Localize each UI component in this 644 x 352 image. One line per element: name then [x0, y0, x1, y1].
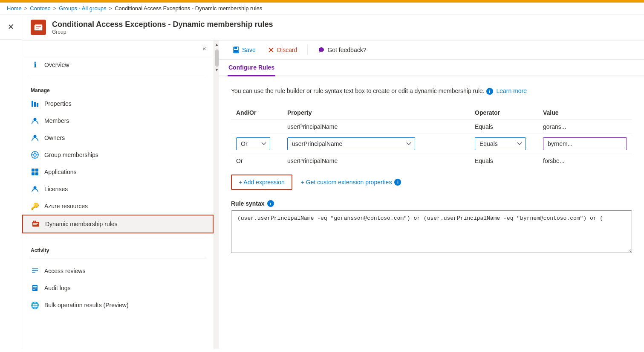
scroll-thumb[interactable]	[215, 49, 219, 67]
sidebar-item-owners[interactable]: Owners	[22, 129, 214, 146]
breadcrumb-sep-1: >	[24, 5, 28, 12]
sidebar: « ℹ Overview Manage	[22, 41, 214, 349]
row2-operator[interactable]: Equals Not Equals Contains	[470, 134, 538, 154]
sidebar-label-overview: Overview	[44, 61, 69, 68]
sidebar-label-bulk-operation: Bulk operation results (Preview)	[44, 302, 129, 308]
breadcrumb-current: Conditional Access Exceptions - Dynamic …	[115, 5, 262, 12]
sidebar-label-licenses: Licenses	[44, 186, 68, 192]
learn-more-link[interactable]: Learn more	[496, 87, 527, 94]
sidebar-item-overview[interactable]: ℹ Overview	[22, 56, 214, 73]
svg-rect-5	[34, 102, 36, 107]
page-subtitle: Group	[52, 29, 273, 35]
row2-value[interactable]	[538, 134, 632, 154]
feedback-button[interactable]: Got feedback?	[313, 44, 371, 56]
get-custom-info-icon[interactable]: i	[394, 179, 401, 186]
rule-syntax-info-icon[interactable]: i	[267, 200, 274, 207]
svg-rect-18	[35, 172, 38, 175]
add-expression-label: + Add expression	[239, 179, 285, 186]
sidebar-item-audit-logs[interactable]: Audit logs	[22, 279, 214, 297]
close-button[interactable]: ✕	[4, 20, 17, 33]
toolbar: Save Discard Got feedbac	[219, 41, 644, 60]
azure-resources-icon: 🔑	[31, 202, 39, 210]
rule-syntax-label: Rule syntax i	[231, 200, 632, 207]
sidebar-item-applications[interactable]: Applications	[22, 163, 214, 180]
members-icon	[31, 116, 39, 125]
col-property: Property	[282, 106, 470, 120]
sidebar-label-group-memberships: Group memberships	[44, 151, 98, 158]
svg-rect-30	[33, 288, 37, 288]
rule-table: And/Or Property Operator Value userPrinc…	[231, 106, 632, 168]
main-content: Save Discard Got feedbac	[219, 41, 644, 349]
save-button[interactable]: Save	[228, 44, 261, 56]
table-row: Or And userPrincipalName	[231, 134, 632, 154]
svg-rect-23	[33, 223, 38, 224]
breadcrumb-sep-2: >	[53, 5, 57, 12]
sidebar-label-dynamic-membership-rules: Dynamic membership rules	[45, 221, 118, 227]
sidebar-section-activity: Activity	[22, 241, 214, 255]
sidebar-item-azure-resources[interactable]: 🔑 Azure resources	[22, 198, 214, 215]
table-row: userPrincipalName Equals gorans...	[231, 120, 632, 134]
svg-rect-33	[234, 47, 237, 49]
sidebar-item-licenses[interactable]: Licenses	[22, 180, 214, 198]
breadcrumb-all-groups[interactable]: Groups - All groups	[59, 5, 106, 12]
col-andor: And/Or	[231, 106, 282, 120]
svg-rect-29	[33, 286, 37, 287]
tab-configure-rules[interactable]: Configure Rules	[228, 60, 275, 76]
sidebar-item-members[interactable]: Members	[22, 112, 214, 129]
sidebar-divider-3	[29, 259, 207, 259]
sidebar-label-properties: Properties	[44, 100, 72, 107]
andor-select[interactable]: Or And	[236, 137, 270, 150]
actions-row: + Add expression + Get custom extension …	[231, 175, 632, 190]
row3-property: userPrincipalName	[282, 154, 470, 168]
page-header: Conditional Access Exceptions - Dynamic …	[22, 15, 644, 41]
get-custom-extension-button[interactable]: + Get custom extension properties i	[296, 175, 407, 189]
tab-bar: Configure Rules	[219, 60, 644, 76]
rule-syntax-textarea[interactable]	[231, 210, 632, 253]
breadcrumb-sep-3: >	[109, 5, 113, 12]
header-text-group: Conditional Access Exceptions - Dynamic …	[52, 20, 273, 35]
sidebar-label-applications: Applications	[44, 169, 77, 175]
info-icon: ℹ	[31, 61, 39, 69]
page-title: Conditional Access Exceptions - Dynamic …	[52, 20, 273, 29]
sidebar-item-bulk-operation[interactable]: 🌐 Bulk operation results (Preview)	[22, 297, 214, 314]
svg-rect-17	[32, 172, 35, 175]
operator-select[interactable]: Equals Not Equals Contains	[475, 137, 526, 150]
sidebar-item-access-reviews[interactable]: Access reviews	[22, 262, 214, 279]
svg-rect-20	[32, 222, 39, 227]
discard-icon	[268, 47, 274, 53]
row1-value: gorans...	[538, 120, 632, 134]
row2-andor[interactable]: Or And	[231, 134, 282, 154]
discard-button[interactable]: Discard	[263, 44, 302, 56]
svg-rect-4	[32, 101, 33, 107]
svg-rect-3	[36, 28, 39, 29]
description-info-icon[interactable]: i	[486, 88, 493, 95]
sidebar-item-dynamic-membership-rules[interactable]: Dynamic membership rules	[22, 215, 214, 233]
svg-rect-22	[35, 221, 36, 222]
owners-icon	[31, 134, 39, 142]
scroll-down-arrow[interactable]: ▼	[214, 67, 220, 73]
audit-logs-icon	[31, 284, 39, 292]
sidebar-section-manage: Manage	[22, 81, 214, 95]
sidebar-item-group-memberships[interactable]: Group memberships	[22, 146, 214, 163]
breadcrumb-home[interactable]: Home	[7, 5, 22, 12]
row1-operator: Equals	[470, 120, 538, 134]
description-text: You can use the rule builder or rule syn…	[231, 87, 632, 96]
row2-property[interactable]: userPrincipalName	[282, 134, 470, 154]
sidebar-collapse-button[interactable]: «	[200, 44, 208, 52]
feedback-label: Got feedback?	[327, 47, 366, 53]
sidebar-scrollbar: ▲ ▼	[214, 41, 219, 349]
sidebar-item-properties[interactable]: Properties	[22, 95, 214, 112]
sidebar-divider-2	[29, 237, 207, 237]
svg-rect-34	[234, 50, 238, 52]
breadcrumb-contoso[interactable]: Contoso	[30, 5, 50, 12]
property-select[interactable]: userPrincipalName	[287, 137, 415, 150]
access-reviews-icon	[31, 267, 39, 275]
sidebar-label-azure-resources: Azure resources	[44, 203, 88, 209]
col-operator: Operator	[470, 106, 538, 120]
licenses-icon	[31, 185, 39, 193]
add-expression-button[interactable]: + Add expression	[231, 175, 292, 190]
scroll-up-arrow[interactable]: ▲	[214, 41, 220, 48]
svg-rect-24	[33, 224, 37, 225]
value-input[interactable]	[543, 137, 627, 150]
feedback-icon	[318, 47, 325, 53]
